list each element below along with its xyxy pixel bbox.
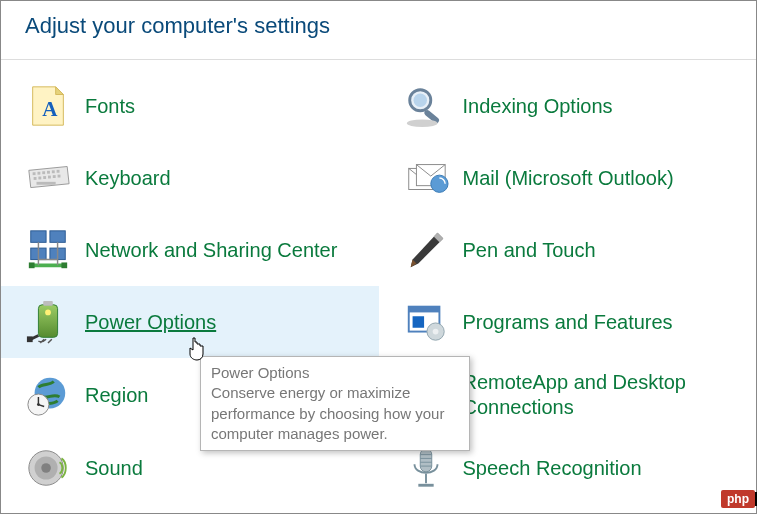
svg-rect-47	[420, 449, 432, 472]
item-mail[interactable]: Mail (Microsoft Outlook)	[379, 142, 757, 214]
item-label: Programs and Features	[463, 310, 673, 335]
item-power[interactable]: Power Options	[1, 286, 379, 358]
svg-rect-10	[57, 170, 60, 173]
item-label: RemoteApp and Desktop Connections	[463, 370, 733, 420]
item-pen[interactable]: Pen and Touch	[379, 214, 757, 286]
svg-rect-7	[42, 171, 45, 174]
svg-rect-14	[48, 176, 51, 179]
svg-rect-11	[34, 177, 37, 180]
tooltip-title: Power Options	[211, 364, 309, 381]
item-label: Speech Recognition	[463, 456, 642, 481]
tooltip-body: Conserve energy or maximize performance …	[211, 384, 444, 442]
item-label: Keyboard	[85, 166, 171, 191]
svg-point-4	[406, 119, 437, 127]
item-label: Network and Sharing Center	[85, 238, 337, 263]
item-indexing[interactable]: Indexing Options	[379, 70, 757, 142]
svg-rect-23	[50, 231, 65, 243]
item-label: Indexing Options	[463, 94, 613, 119]
svg-point-2	[413, 94, 426, 107]
sound-icon	[25, 445, 71, 491]
svg-rect-22	[31, 231, 46, 243]
pen-icon	[403, 227, 449, 273]
item-fonts[interactable]: A Fonts	[1, 70, 379, 142]
svg-rect-6	[37, 172, 40, 175]
item-label: Pen and Touch	[463, 238, 596, 263]
svg-rect-34	[412, 316, 424, 328]
svg-rect-30	[27, 336, 33, 342]
item-programs[interactable]: Programs and Features	[379, 286, 757, 358]
svg-rect-16	[58, 175, 61, 178]
mail-icon	[403, 155, 449, 201]
svg-rect-8	[47, 171, 50, 174]
item-label: Mail (Microsoft Outlook)	[463, 166, 674, 191]
fonts-icon: A	[25, 83, 71, 129]
item-label: Sound	[85, 456, 143, 481]
svg-rect-12	[38, 177, 41, 180]
svg-rect-33	[408, 307, 439, 313]
keyboard-icon	[25, 155, 71, 201]
power-icon	[25, 299, 71, 345]
svg-rect-5	[33, 172, 36, 175]
item-label: Fonts	[85, 94, 135, 119]
watermark: php	[721, 490, 755, 508]
svg-rect-17	[37, 182, 56, 185]
region-icon	[25, 372, 71, 418]
item-network[interactable]: Network and Sharing Center	[1, 214, 379, 286]
svg-text:A: A	[42, 97, 58, 121]
svg-point-46	[41, 463, 51, 473]
svg-rect-13	[43, 176, 46, 179]
speech-icon	[403, 445, 449, 491]
indexing-icon	[403, 83, 449, 129]
svg-rect-29	[43, 301, 53, 306]
svg-rect-15	[53, 175, 56, 178]
svg-rect-27	[61, 262, 67, 268]
svg-point-36	[432, 329, 438, 335]
svg-rect-9	[52, 170, 55, 173]
svg-rect-26	[29, 262, 35, 268]
programs-icon	[403, 299, 449, 345]
network-icon	[25, 227, 71, 273]
item-label: Region	[85, 383, 148, 408]
tooltip: Power Options Conserve energy or maximiz…	[200, 356, 470, 451]
svg-point-31	[45, 310, 51, 316]
item-keyboard[interactable]: Keyboard	[1, 142, 379, 214]
item-label: Power Options	[85, 310, 216, 335]
page-title: Adjust your computer's settings	[1, 1, 756, 60]
